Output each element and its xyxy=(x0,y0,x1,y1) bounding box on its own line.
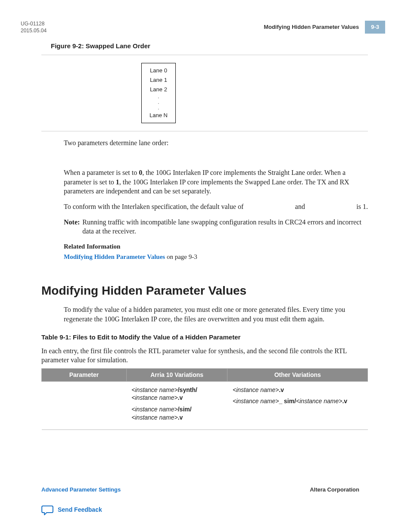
lane-dot: . xyxy=(142,100,175,105)
note: Note: Running traffic with incompatible … xyxy=(64,218,368,236)
lane-row: Lane 1 xyxy=(142,75,175,85)
table-header-row: Parameter Arria 10 Variations Other Vari… xyxy=(42,368,368,381)
lane-order-box: Lane 0 Lane 1 Lane 2 . . . Lane N xyxy=(141,63,176,123)
para-intro: Two parameters determine lane order: xyxy=(64,138,368,148)
para-default: To conform with the Interlaken specifica… xyxy=(64,202,368,212)
speech-bubble-icon xyxy=(41,505,53,515)
note-text: Running traffic with incompatible lane s… xyxy=(82,218,368,236)
lane-dot: . xyxy=(142,94,175,100)
running-title: Modifying Hidden Parameter Values xyxy=(259,21,365,34)
related-info-heading: Related Information xyxy=(64,242,368,251)
footer-left-link[interactable]: Advanced Parameter Settings xyxy=(41,486,121,494)
section-intro: To modify the value of a hidden paramete… xyxy=(64,305,368,324)
related-link-suffix: on page 9-3 xyxy=(165,253,197,260)
table-caption: Table 9-1: Files to Edit to Modify the V… xyxy=(41,333,368,342)
page-number: 9-3 xyxy=(365,21,385,34)
footer-right: Altera Corporation xyxy=(310,486,359,494)
figure-rule-top xyxy=(41,55,368,55)
section-heading: Modifying Hidden Parameter Values xyxy=(41,283,368,299)
cell-parameter xyxy=(42,381,127,430)
files-table: Parameter Arria 10 Variations Other Vari… xyxy=(41,368,368,430)
send-feedback[interactable]: Send Feedback xyxy=(41,505,385,515)
doc-id: UG-01128 xyxy=(21,21,47,28)
table-row: <instance name>/synth/ <instance name>.v… xyxy=(42,381,368,430)
related-link-row: Modifying Hidden Parameter Values on pag… xyxy=(64,252,368,261)
figure-rule-bottom xyxy=(41,131,368,131)
note-label: Note: xyxy=(64,218,80,236)
lane-row: Lane 0 xyxy=(142,66,175,75)
th-arria: Arria 10 Variations xyxy=(126,368,227,381)
cell-arria: <instance name>/synth/ <instance name>.v… xyxy=(126,381,227,430)
th-other: Other Variations xyxy=(227,368,368,381)
related-link[interactable]: Modifying Hidden Parameter Values xyxy=(64,253,165,260)
lane-row: Lane N xyxy=(142,111,175,120)
feedback-label: Send Feedback xyxy=(58,506,102,514)
figure-caption: Figure 9-2: Swapped Lane Order xyxy=(51,42,385,50)
cell-other: <instance name>.v <instance name>_ sim/<… xyxy=(227,381,368,430)
lane-row: Lane 2 xyxy=(142,85,175,94)
para-set-values: When a parameter is set to 0, the 100G I… xyxy=(64,168,368,196)
table-desc: In each entry, the first file controls t… xyxy=(41,346,368,365)
lane-dot: . xyxy=(142,105,175,111)
th-parameter: Parameter xyxy=(42,368,127,381)
doc-date: 2015.05.04 xyxy=(21,28,47,34)
doc-id-block: UG-01128 2015.05.04 xyxy=(21,21,47,34)
